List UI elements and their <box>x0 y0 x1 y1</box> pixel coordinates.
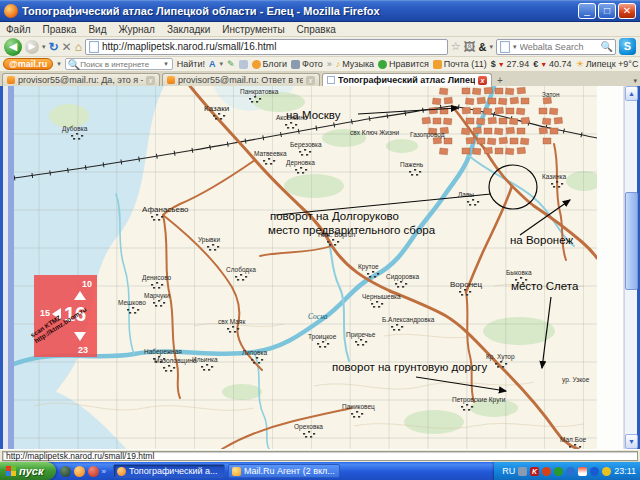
tab-atlas-active[interactable]: Топографический атлас Липецк... x <box>322 73 492 86</box>
url-input[interactable] <box>102 41 444 52</box>
quicklaunch-overflow-icon[interactable]: » <box>102 467 106 476</box>
topographic-map[interactable]: ПанкратовкаКазакиАксенкиносвх Ключ Жизни… <box>14 86 597 449</box>
quicklaunch-icon-2[interactable] <box>74 466 85 477</box>
screenshot-icon[interactable] <box>239 60 248 69</box>
tab-bar: provisor55@mail.ru: Да, это я - Игорь ..… <box>0 72 640 86</box>
skype-button[interactable]: S <box>619 38 636 55</box>
feed-icon[interactable]: 🖼 <box>464 40 476 54</box>
web-search-input[interactable] <box>520 42 598 52</box>
mailru-search-dropdown-icon[interactable]: ▾ <box>164 60 168 68</box>
overflow-chevron[interactable]: » <box>327 59 332 69</box>
spellcheck-dropdown-icon[interactable]: ▾ <box>220 60 224 68</box>
menu-history[interactable]: Журнал <box>118 24 155 35</box>
mail-count-item[interactable]: Почта (11) <box>433 59 487 69</box>
tab-list-dropdown-icon[interactable]: ▾ <box>633 77 637 85</box>
menu-file[interactable]: Файл <box>6 24 31 35</box>
web-search-box[interactable]: ▾ 🔍 <box>496 39 616 55</box>
map-label: Приречье <box>346 331 376 339</box>
tab-mail-1[interactable]: provisor55@mail.ru: Да, это я - Игорь ..… <box>2 73 160 86</box>
photo-item[interactable]: Фото <box>291 59 323 69</box>
map-label: Казаки <box>204 104 229 113</box>
tray-icon-agent[interactable] <box>578 467 587 476</box>
map-label: Дерновка <box>286 159 315 167</box>
scrollbar-thumb[interactable] <box>625 192 638 290</box>
mailru-find-button[interactable]: Найти! <box>177 59 205 69</box>
title-bar[interactable]: Топографический атлас Липецкой области -… <box>0 0 640 22</box>
mailru-dropdown-icon[interactable]: ▾ <box>57 60 61 68</box>
taskbar-button-firefox[interactable]: Топографический а... <box>113 464 225 478</box>
close-button[interactable]: ✕ <box>618 3 636 19</box>
blogs-item[interactable]: Блоги <box>252 59 287 69</box>
toolbar-dropdown-icon[interactable]: ▾ <box>489 43 493 51</box>
map-image: ПанкратовкаКазакиАксенкиносвх Ключ Жизни… <box>14 86 597 449</box>
tab-close-icon[interactable]: x <box>306 76 315 85</box>
tray-icon-bluetooth[interactable] <box>590 467 599 476</box>
tray-icon-kaspersky[interactable]: K <box>530 467 539 476</box>
maximize-button[interactable]: □ <box>598 3 616 19</box>
tray-icon-blue[interactable] <box>566 467 575 476</box>
sheet-left-number[interactable]: 15 <box>40 308 50 318</box>
tray-icon-1[interactable] <box>518 467 527 476</box>
minimize-button[interactable]: _ <box>578 3 596 19</box>
vertical-scrollbar[interactable]: ▲ ▼ <box>624 86 640 449</box>
map-label: Сосна <box>308 312 328 321</box>
quicklaunch-icon-1[interactable] <box>60 466 71 477</box>
map-label: Троицкое <box>308 333 337 341</box>
sheet-up-arrow-icon[interactable] <box>74 291 86 300</box>
mailru-search-box[interactable]: 🔍 ▾ <box>65 58 173 70</box>
tray-icon-speaker[interactable] <box>542 467 551 476</box>
map-label: Паниковец <box>342 403 375 411</box>
ampersand-icon[interactable]: & <box>479 41 487 53</box>
search-engine-icon[interactable] <box>500 41 510 53</box>
task-label: Mail.Ru Агент (2 вкл... <box>244 466 335 476</box>
eur-rate[interactable]: €▼40.74 <box>533 59 571 69</box>
map-annotation: на Воронеж <box>510 234 573 246</box>
bookmark-star-icon[interactable]: ☆ <box>451 40 461 53</box>
sheet-navigation-overlay[interactable]: 10 15 16 23 scan KTMZ http://ktmz.boom.r… <box>34 275 97 357</box>
sheet-down-number[interactable]: 23 <box>78 345 88 355</box>
scroll-down-icon[interactable]: ▼ <box>625 434 638 449</box>
like-item[interactable]: Нравится <box>378 59 429 69</box>
status-url: http://maplipetsk.narod.ru/small/19.html <box>2 451 638 461</box>
history-dropdown-icon[interactable]: ▾ <box>42 43 46 51</box>
mailru-search-input[interactable] <box>80 60 164 69</box>
spellcheck-icon[interactable]: А <box>209 59 216 69</box>
map-label: Марчуки <box>144 292 170 300</box>
tab-close-icon[interactable]: x <box>478 76 487 85</box>
home-icon[interactable]: ⌂ <box>75 40 82 54</box>
url-bar[interactable] <box>85 39 448 55</box>
weather-item[interactable]: ☀Липецк +9°C <box>576 59 639 69</box>
map-annotation: поворот на грунтовую дорогу <box>332 361 488 373</box>
search-magnifier-icon[interactable]: 🔍 <box>601 41 613 52</box>
scroll-up-icon[interactable]: ▲ <box>625 86 638 101</box>
map-label: Б.Александровка <box>382 316 435 324</box>
language-indicator[interactable]: RU <box>502 466 515 476</box>
tab-label: provisor55@mail.ru: Да, это я - Игорь ..… <box>18 75 143 85</box>
stop-icon[interactable]: ✕ <box>62 40 72 54</box>
start-button[interactable]: пуск <box>0 462 56 480</box>
sheet-up-number[interactable]: 10 <box>82 279 92 289</box>
music-item[interactable]: ♪Музыка <box>336 59 374 69</box>
taskbar-clock: 23:11 <box>614 466 636 476</box>
usd-rate[interactable]: $▼27.94 <box>491 59 529 69</box>
tab-close-icon[interactable]: x <box>146 76 155 85</box>
new-tab-button[interactable]: + <box>497 75 503 86</box>
menu-bookmarks[interactable]: Закладки <box>167 24 210 35</box>
pencil-icon[interactable]: ✎ <box>227 59 235 69</box>
menu-edit[interactable]: Правка <box>43 24 77 35</box>
tray-icon-green[interactable] <box>554 467 563 476</box>
taskbar-button-mailru-agent[interactable]: Mail.Ru Агент (2 вкл... <box>228 464 340 478</box>
mailru-logo[interactable]: @mail.ru <box>3 58 53 70</box>
menu-tools[interactable]: Инструменты <box>222 24 284 35</box>
tab-mail-2[interactable]: provisor55@mail.ru: Ответ в теме Вы... x <box>162 73 320 86</box>
forward-button[interactable]: ▶ <box>25 40 39 54</box>
search-engine-dropdown-icon[interactable]: ▾ <box>513 43 517 51</box>
system-tray: RU K 23:11 <box>494 462 640 480</box>
tray-icon-yellow[interactable] <box>602 467 611 476</box>
quicklaunch-icon-3[interactable] <box>88 466 99 477</box>
back-button[interactable]: ◀ <box>4 38 22 56</box>
menu-help[interactable]: Справка <box>297 24 336 35</box>
menu-view[interactable]: Вид <box>88 24 106 35</box>
reload-icon[interactable]: ↻ <box>49 40 59 54</box>
sheet-down-arrow-icon[interactable] <box>74 332 86 341</box>
